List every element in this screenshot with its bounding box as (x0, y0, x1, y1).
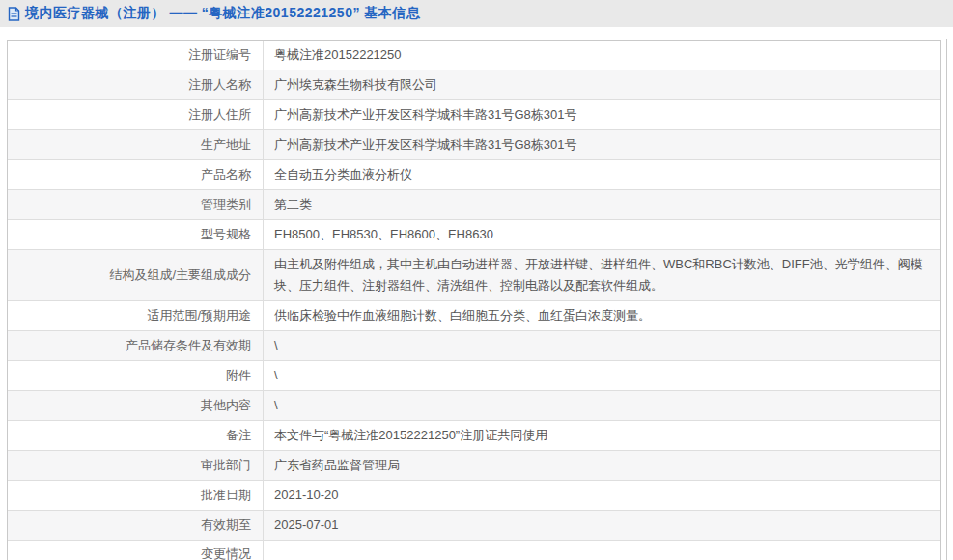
table-row-valid-until: 有效期至 2025-07-01 (8, 510, 940, 540)
row-value: 供临床检验中作血液细胞计数、白细胞五分类、血红蛋白浓度测量。 (264, 301, 940, 330)
row-value: EH8500、EH8530、EH8600、EH8630 (264, 220, 940, 249)
row-value: \ (264, 391, 940, 420)
row-label: 产品储存条件及有效期 (8, 331, 264, 360)
table-row-registrant-address: 注册人住所 广州高新技术产业开发区科学城科丰路31号G8栋301号 (8, 99, 940, 129)
row-label: 注册人名称 (8, 70, 264, 99)
table-row-change-status: 变更情况 (8, 540, 940, 560)
table-row-storage: 产品储存条件及有效期 \ (8, 330, 940, 360)
table-row-cert-no: 注册证编号 粤械注准20152221250 (8, 41, 940, 70)
table-row-other-content: 其他内容 \ (8, 390, 940, 420)
row-value: 广州高新技术产业开发区科学城科丰路31号G8栋301号 (264, 100, 940, 129)
row-label: 结构及组成/主要组成成分 (8, 250, 264, 300)
document-icon (8, 7, 20, 21)
row-label: 产品名称 (8, 160, 264, 189)
row-value: 全自动五分类血液分析仪 (264, 160, 940, 189)
row-value: 本文件与“粤械注准20152221250”注册证共同使用 (264, 421, 940, 450)
row-label: 审批部门 (8, 451, 264, 480)
table-row-model-spec: 型号规格 EH8500、EH8530、EH8600、EH8630 (8, 219, 940, 249)
table-row-registrant-name: 注册人名称 广州埃克森生物科技有限公司 (8, 70, 940, 99)
table-row-management-class: 管理类别 第二类 (8, 189, 940, 219)
row-label: 有效期至 (8, 511, 264, 540)
row-label: 其他内容 (8, 391, 264, 420)
row-value: \ (264, 361, 940, 390)
row-value: \ (264, 331, 940, 360)
row-value: 广州埃克森生物科技有限公司 (264, 70, 940, 99)
row-label: 变更情况 (8, 541, 264, 560)
table-row-structure: 结构及组成/主要组成成分 由主机及附件组成，其中主机由自动进样器、开放进样键、进… (8, 249, 940, 300)
row-label: 注册证编号 (8, 41, 264, 70)
row-value: 广州高新技术产业开发区科学城科丰路31号G8栋301号 (264, 130, 940, 159)
row-value: 第二类 (264, 190, 940, 219)
table-row-product-name: 产品名称 全自动五分类血液分析仪 (8, 159, 940, 189)
row-label: 批准日期 (8, 481, 264, 510)
row-label: 管理类别 (8, 190, 264, 219)
table-row-intended-use: 适用范围/预期用途 供临床检验中作血液细胞计数、白细胞五分类、血红蛋白浓度测量。 (8, 300, 940, 330)
row-label: 备注 (8, 421, 264, 450)
row-value: 由主机及附件组成，其中主机由自动进样器、开放进样键、进样组件、WBC和RBC计数… (264, 250, 940, 300)
row-value: 2021-10-20 (264, 481, 940, 510)
registration-info-table: 注册证编号 粤械注准20152221250 注册人名称 广州埃克森生物科技有限公… (7, 40, 941, 560)
row-label: 附件 (8, 361, 264, 390)
row-label: 生产地址 (8, 130, 264, 159)
row-label: 型号规格 (8, 220, 264, 249)
row-value: 2025-07-01 (264, 511, 940, 540)
table-row-approval-dept: 审批部门 广东省药品监督管理局 (8, 450, 940, 480)
page-title: 境内医疗器械（注册） —— “粤械注准20152221250” 基本信息 (25, 5, 420, 22)
table-row-production-address: 生产地址 广州高新技术产业开发区科学城科丰路31号G8栋301号 (8, 129, 940, 159)
page-title-bar: 境内医疗器械（注册） —— “粤械注准20152221250” 基本信息 (0, 0, 953, 27)
row-value: 粤械注准20152221250 (264, 41, 940, 70)
row-label: 注册人住所 (8, 100, 264, 129)
table-row-approval-date: 批准日期 2021-10-20 (8, 480, 940, 510)
row-value (264, 541, 940, 560)
table-row-attachment: 附件 \ (8, 360, 940, 390)
row-label: 适用范围/预期用途 (8, 301, 264, 330)
row-value: 广东省药品监督管理局 (264, 451, 940, 480)
panel-right-border (946, 39, 947, 560)
table-row-remarks: 备注 本文件与“粤械注准20152221250”注册证共同使用 (8, 420, 940, 450)
